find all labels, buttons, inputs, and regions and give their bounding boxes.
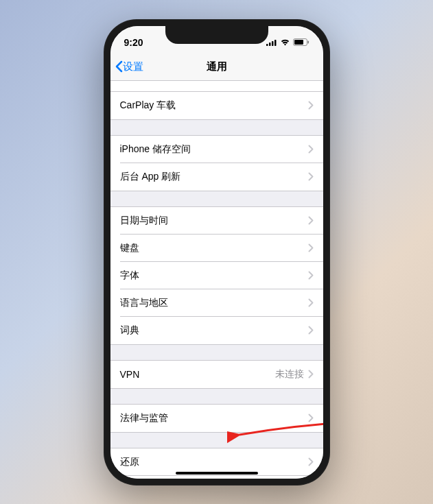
row-shutdown[interactable]: 关机 xyxy=(110,476,323,479)
chevron-right-icon xyxy=(308,271,314,280)
settings-section: 法律与监管 xyxy=(110,404,323,433)
row-label: 日期与时间 xyxy=(120,215,168,227)
row-legal[interactable]: 法律与监管 xyxy=(110,405,323,432)
settings-content[interactable]: CarPlay 车载iPhone 储存空间后台 App 刷新日期与时间键盘字体语… xyxy=(110,81,323,479)
truncated-row xyxy=(110,81,323,92)
row-label: 键盘 xyxy=(120,242,139,254)
settings-section: VPN未连接 xyxy=(110,360,323,389)
phone-screen: 9:20 设置 通用 CarPlay 车载iPhone xyxy=(110,26,323,479)
row-vpn[interactable]: VPN未连接 xyxy=(110,361,323,388)
chevron-right-icon xyxy=(308,326,314,335)
row-right xyxy=(308,101,314,110)
svg-rect-5 xyxy=(294,40,303,45)
back-label: 设置 xyxy=(123,60,143,73)
svg-rect-0 xyxy=(266,44,268,46)
settings-section: 日期与时间键盘字体语言与地区词典 xyxy=(110,206,323,345)
row-storage[interactable]: iPhone 储存空间 xyxy=(110,136,323,163)
row-right xyxy=(308,243,314,252)
row-language[interactable]: 语言与地区 xyxy=(110,289,323,317)
row-label: 词典 xyxy=(120,324,139,337)
nav-bar: 设置 通用 xyxy=(110,53,323,81)
svg-rect-1 xyxy=(269,43,271,46)
settings-section: iPhone 储存空间后台 App 刷新 xyxy=(110,135,323,191)
row-value: 未连接 xyxy=(275,368,304,381)
row-right xyxy=(308,413,314,422)
phone-frame: 9:20 设置 通用 CarPlay 车载iPhone xyxy=(104,19,330,485)
row-label: 字体 xyxy=(120,269,139,282)
chevron-right-icon xyxy=(308,216,314,225)
battery-icon xyxy=(293,38,309,46)
row-right xyxy=(308,298,314,307)
chevron-right-icon xyxy=(308,457,314,466)
row-label: CarPlay 车载 xyxy=(120,99,176,112)
chevron-right-icon xyxy=(308,172,314,181)
row-bgrefresh[interactable]: 后台 App 刷新 xyxy=(110,163,323,191)
notch xyxy=(165,26,268,44)
chevron-right-icon xyxy=(308,413,314,422)
chevron-right-icon xyxy=(308,145,314,154)
svg-rect-2 xyxy=(272,41,274,46)
svg-rect-6 xyxy=(307,41,309,44)
row-right xyxy=(308,326,314,335)
row-right xyxy=(308,145,314,154)
row-label: VPN xyxy=(120,369,140,380)
settings-section: CarPlay 车载 xyxy=(110,92,323,120)
chevron-right-icon xyxy=(308,243,314,252)
row-keyboard[interactable]: 键盘 xyxy=(110,235,323,262)
nav-title: 通用 xyxy=(207,60,227,73)
home-indicator[interactable] xyxy=(176,472,258,475)
row-label: 语言与地区 xyxy=(120,297,168,309)
row-datetime[interactable]: 日期与时间 xyxy=(110,207,323,235)
signal-icon xyxy=(266,39,277,46)
row-label: 后台 App 刷新 xyxy=(120,171,181,183)
chevron-right-icon xyxy=(308,298,314,307)
row-carplay[interactable]: CarPlay 车载 xyxy=(110,92,323,119)
row-fonts[interactable]: 字体 xyxy=(110,262,323,289)
row-right: 未连接 xyxy=(275,368,314,381)
row-right xyxy=(308,216,314,225)
row-label: 法律与监管 xyxy=(120,412,168,424)
row-right xyxy=(308,271,314,280)
back-button[interactable]: 设置 xyxy=(115,60,143,73)
chevron-right-icon xyxy=(308,101,314,110)
row-label: 还原 xyxy=(120,456,139,468)
chevron-left-icon xyxy=(115,60,123,73)
wifi-icon xyxy=(280,38,290,46)
row-right xyxy=(308,457,314,466)
row-dictionary[interactable]: 词典 xyxy=(110,317,323,344)
status-time: 9:20 xyxy=(124,37,143,48)
row-label: iPhone 储存空间 xyxy=(120,143,191,156)
status-right xyxy=(266,38,309,46)
chevron-right-icon xyxy=(308,370,314,379)
row-right xyxy=(308,172,314,181)
svg-rect-3 xyxy=(274,40,277,46)
